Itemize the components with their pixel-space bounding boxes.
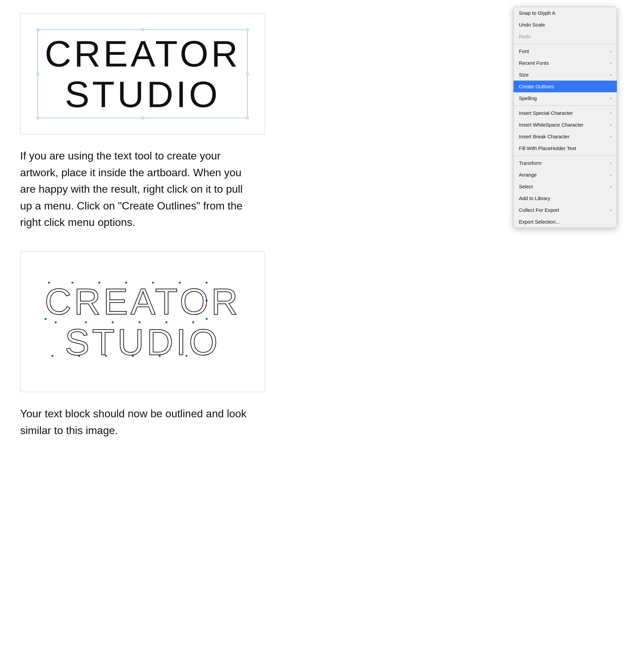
selection-box: CREATOR STUDIO: [38, 29, 248, 118]
menu-item-label: Font: [519, 48, 529, 54]
submenu-arrow-icon: ›: [610, 207, 612, 213]
menu-item-fill-with-placeholder-text[interactable]: Fill With PlaceHolder Text: [513, 142, 617, 154]
menu-separator: [513, 155, 617, 156]
bottom-artboard: CREATOR STUDIO: [20, 251, 265, 392]
menu-separator: [513, 105, 617, 106]
top-artboard: CREATOR STUDIO: [20, 14, 265, 134]
handle-mr: [246, 73, 249, 75]
menu-item-undo-scale[interactable]: Undo Scale: [513, 19, 617, 30]
submenu-arrow-icon: ›: [610, 110, 612, 115]
top-artwork-text: CREATOR STUDIO: [45, 33, 240, 114]
bottom-artwork-text: CREATOR STUDIO: [45, 281, 240, 362]
submenu-arrow-icon: ›: [610, 160, 612, 166]
menu-item-font[interactable]: Font›: [513, 45, 617, 57]
outlined-text-wrapper: CREATOR STUDIO: [45, 281, 240, 362]
menu-item-label: Recent Fonts: [519, 60, 549, 66]
menu-item-label: Insert WhiteSpace Character: [519, 122, 584, 128]
menu-separator: [513, 44, 617, 44]
menu-item-insert-whitespace-character[interactable]: Insert WhiteSpace Character›: [513, 119, 617, 131]
context-menu: Snap to Glyph AUndo ScaleRedoFont›Recent…: [513, 7, 617, 228]
submenu-arrow-icon: ›: [610, 96, 612, 101]
menu-item-label: Insert Break Character: [519, 134, 570, 139]
menu-item-label: Collect For Export: [519, 207, 559, 213]
menu-item-select[interactable]: Select›: [513, 181, 617, 192]
menu-item-label: Transform: [519, 160, 542, 166]
handle-bc: [141, 117, 144, 119]
menu-item-label: Snap to Glyph A: [519, 10, 555, 16]
submenu-arrow-icon: ›: [610, 72, 612, 77]
menu-item-label: Size: [519, 72, 529, 78]
menu-item-add-to-library[interactable]: Add to Library: [513, 192, 617, 204]
menu-item-redo: Redo: [513, 30, 617, 42]
handle-ml: [37, 73, 39, 75]
menu-item-recent-fonts[interactable]: Recent Fonts›: [513, 57, 617, 69]
menu-item-label: Select: [519, 184, 533, 189]
menu-item-spelling[interactable]: Spelling›: [513, 92, 617, 104]
menu-item-collect-for-export[interactable]: Collect For Export›: [513, 204, 617, 216]
menu-item-arrange[interactable]: Arrange›: [513, 169, 617, 181]
menu-item-transform[interactable]: Transform›: [513, 157, 617, 169]
submenu-arrow-icon: ›: [610, 122, 612, 127]
handle-tr: [246, 28, 249, 31]
menu-item-insert-special-character[interactable]: Insert Special Character›: [513, 107, 617, 119]
submenu-arrow-icon: ›: [610, 184, 612, 189]
menu-item-export-selection...[interactable]: Export Selection...: [513, 216, 617, 227]
menu-item-create-outlines[interactable]: Create Outlines: [513, 81, 617, 92]
menu-item-label: Add to Library: [519, 195, 550, 201]
menu-item-label: Create Outlines: [519, 84, 554, 89]
menu-item-insert-break-character[interactable]: Insert Break Character›: [513, 131, 617, 142]
menu-item-label: Fill With PlaceHolder Text: [519, 145, 576, 151]
menu-item-label: Insert Special Character: [519, 110, 573, 116]
submenu-arrow-icon: ›: [610, 61, 612, 65]
handle-bl: [37, 117, 39, 119]
submenu-arrow-icon: ›: [610, 172, 612, 177]
handle-tc: [141, 28, 144, 31]
menu-item-label: Undo Scale: [519, 22, 545, 27]
handle-tl: [37, 28, 39, 31]
footer-text: Your text block should now be outlined a…: [20, 405, 248, 439]
submenu-arrow-icon: ›: [610, 49, 612, 54]
menu-item-label: Spelling: [519, 95, 537, 101]
menu-item-label: Arrange: [519, 172, 537, 178]
submenu-arrow-icon: ›: [610, 134, 612, 139]
menu-item-snap-to-glyph-a[interactable]: Snap to Glyph A: [513, 7, 617, 19]
description-text: If you are using the text tool to create…: [20, 148, 248, 231]
menu-item-size[interactable]: Size›: [513, 69, 617, 81]
handle-br: [246, 117, 249, 119]
menu-item-label: Export Selection...: [519, 219, 560, 225]
menu-item-label: Redo: [519, 34, 531, 39]
